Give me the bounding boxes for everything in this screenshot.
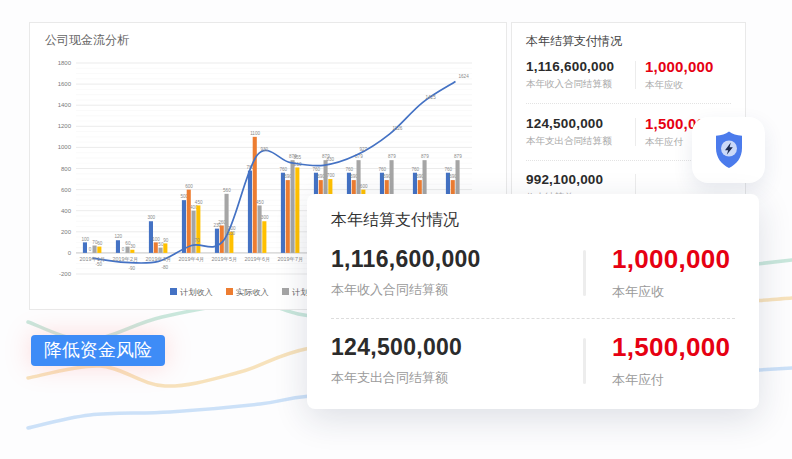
settlement-row-income: 1,116,600,000 本年收入合同结算额 1,000,000 本年应收 <box>526 58 731 92</box>
svg-text:800: 800 <box>61 166 72 172</box>
svg-text:400: 400 <box>61 208 72 214</box>
svg-text:0: 0 <box>89 247 92 252</box>
svg-text:600: 600 <box>185 184 193 189</box>
popup-payable-value: 1,500,000 <box>612 332 735 363</box>
popup-income-value: 1,116,600,000 <box>331 246 583 273</box>
income-settlement-value: 1,116,600,000 <box>526 59 630 74</box>
svg-text:2019年5月: 2019年5月 <box>212 256 238 263</box>
column-divider <box>635 118 636 146</box>
svg-text:300: 300 <box>261 215 269 220</box>
svg-text:2019年3月: 2019年3月 <box>146 256 172 263</box>
svg-text:930: 930 <box>261 147 269 152</box>
svg-text:560: 560 <box>223 188 231 193</box>
popup-row-income: 1,116,600,000 本年收入合同结算额 1,000,000 本年应收 <box>331 244 735 301</box>
svg-text:90: 90 <box>163 238 169 243</box>
shield-card <box>692 117 765 183</box>
svg-text:760: 760 <box>312 167 320 172</box>
svg-text:760: 760 <box>444 167 452 172</box>
popup-receivable-value: 1,000,000 <box>612 244 735 275</box>
svg-text:830: 830 <box>327 157 335 162</box>
risk-badge: 降低资金风险 <box>31 335 165 366</box>
settlement-popup: 本年结算支付情况 1,116,600,000 本年收入合同结算额 1,000,0… <box>307 194 759 409</box>
popup-receivable-label: 本年应收 <box>612 283 735 301</box>
expense-settlement-label: 本年支出合同结算额 <box>526 135 630 148</box>
dashboard: 公司现金流分析 -2000200400600800100012001400160… <box>0 0 792 459</box>
balance-value: 992,100,000 <box>526 172 630 187</box>
svg-text:70: 70 <box>195 238 201 243</box>
svg-text:879: 879 <box>421 154 429 159</box>
svg-text:1200: 1200 <box>58 123 72 129</box>
svg-text:2019年2月: 2019年2月 <box>113 256 139 263</box>
svg-text:实际收入: 实际收入 <box>236 288 269 297</box>
svg-text:200: 200 <box>61 229 72 235</box>
column-divider <box>635 61 636 89</box>
svg-text:2019年6月: 2019年6月 <box>245 256 271 263</box>
shield-lightning-icon <box>705 126 753 174</box>
cashflow-panel-title: 公司现金流分析 <box>30 23 506 49</box>
popup-payable-label: 本年应付 <box>612 371 735 389</box>
svg-text:1600: 1600 <box>58 81 72 87</box>
svg-text:300: 300 <box>147 215 155 220</box>
svg-text:450: 450 <box>256 200 264 205</box>
svg-text:60: 60 <box>97 241 103 246</box>
svg-text:-80: -80 <box>162 265 169 270</box>
svg-text:600: 600 <box>61 187 72 193</box>
svg-text:760: 760 <box>378 167 386 172</box>
popup-expense-label: 本年支出合同结算额 <box>331 369 583 387</box>
popup-title: 本年结算支付情况 <box>331 210 735 231</box>
svg-text:1400: 1400 <box>58 102 72 108</box>
svg-text:100: 100 <box>152 237 160 242</box>
svg-text:-90: -90 <box>129 266 136 271</box>
svg-text:30: 30 <box>130 244 136 249</box>
dashed-divider <box>331 318 735 319</box>
svg-text:2019年7月: 2019年7月 <box>278 256 304 263</box>
svg-text:760: 760 <box>345 167 353 172</box>
svg-text:700: 700 <box>327 173 335 178</box>
expense-settlement-value: 124,500,000 <box>526 116 630 131</box>
receivable-label: 本年应收 <box>645 79 731 92</box>
svg-text:计划收入: 计划收入 <box>180 288 213 297</box>
svg-text:0: 0 <box>68 250 72 256</box>
receivable-value: 1,000,000 <box>645 58 731 75</box>
svg-text:760: 760 <box>279 167 287 172</box>
svg-text:855: 855 <box>294 155 302 160</box>
popup-income-label: 本年收入合同结算额 <box>331 281 583 299</box>
svg-text:1624: 1624 <box>459 74 470 79</box>
column-divider <box>583 338 586 384</box>
popup-row-expense: 124,500,000 本年支出合同结算额 1,500,000 本年应付 <box>331 332 735 389</box>
svg-text:-200: -200 <box>59 271 72 277</box>
svg-text:100: 100 <box>81 237 89 242</box>
income-settlement-label: 本年收入合同结算额 <box>526 78 630 91</box>
svg-text:879: 879 <box>388 154 396 159</box>
svg-text:879: 879 <box>454 154 462 159</box>
svg-text:927: 927 <box>360 147 368 152</box>
svg-text:1000: 1000 <box>58 144 72 150</box>
settlement-panel-title: 本年结算支付情况 <box>526 33 731 50</box>
svg-text:1100: 1100 <box>250 131 260 136</box>
svg-text:1126: 1126 <box>393 126 403 131</box>
svg-text:0: 0 <box>122 247 125 252</box>
svg-text:120: 120 <box>114 234 122 239</box>
svg-text:-50: -50 <box>96 262 103 267</box>
svg-text:2019年4月: 2019年4月 <box>179 256 205 263</box>
popup-expense-value: 124,500,000 <box>331 334 583 361</box>
svg-text:2019年1月: 2019年1月 <box>80 256 106 263</box>
svg-text:130: 130 <box>228 231 236 236</box>
svg-text:1800: 1800 <box>58 60 72 66</box>
svg-text:450: 450 <box>195 200 203 205</box>
dotted-divider <box>526 103 731 104</box>
column-divider <box>583 250 586 296</box>
svg-text:1425: 1425 <box>426 95 437 100</box>
svg-text:760: 760 <box>411 167 419 172</box>
svg-text:600: 600 <box>360 184 368 189</box>
